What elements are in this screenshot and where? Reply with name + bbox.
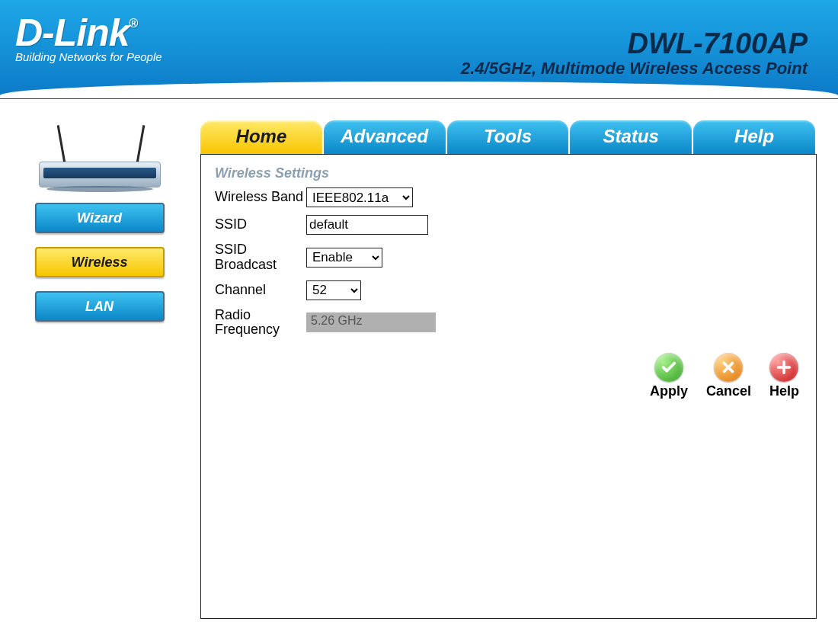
header: D-Link® Building Networks for People DWL… — [0, 0, 838, 99]
settings-panel: Wireless Settings Wireless Band IEEE802.… — [200, 154, 817, 619]
tab-bar: Home Advanced Tools Status Help — [200, 120, 817, 154]
radio-frequency-readonly: 5.26 GHz — [306, 312, 436, 332]
label-ssid: SSID — [215, 217, 306, 232]
sidebar-item-label: LAN — [85, 299, 114, 314]
cancel-button[interactable]: Cancel — [706, 353, 751, 399]
tab-advanced[interactable]: Advanced — [324, 120, 446, 154]
tab-label: Tools — [484, 126, 532, 146]
sidebar-item-wireless[interactable]: Wireless — [35, 247, 165, 277]
check-icon — [654, 353, 683, 382]
row-wireless-band: Wireless Band IEEE802.11a — [215, 187, 802, 207]
action-label: Help — [769, 383, 799, 399]
action-label: Apply — [650, 383, 688, 399]
row-ssid-broadcast: SSID Broadcast Enable — [215, 242, 802, 273]
label-ssid-broadcast: SSID Broadcast — [215, 242, 306, 273]
tab-label: Home — [236, 126, 287, 146]
label-wireless-band: Wireless Band — [215, 190, 306, 205]
sidebar-item-lan[interactable]: LAN — [35, 291, 165, 322]
sidebar-item-label: Wizard — [77, 210, 122, 226]
product-title-block: DWL-7100AP 2.4/5GHz, Multimode Wireless … — [461, 27, 808, 78]
row-channel: Channel 52 — [215, 280, 802, 300]
tab-label: Status — [603, 126, 659, 146]
tab-label: Help — [734, 126, 774, 146]
cross-icon — [714, 353, 743, 382]
device-illustration — [24, 123, 176, 192]
ssid-input[interactable] — [306, 215, 428, 235]
section-title: Wireless Settings — [215, 165, 802, 181]
row-ssid: SSID — [215, 215, 802, 235]
product-subtitle: 2.4/5GHz, Multimode Wireless Access Poin… — [461, 59, 808, 78]
label-radio-frequency: Radio Frequency — [215, 308, 306, 338]
row-radio-frequency: Radio Frequency 5.26 GHz — [215, 308, 802, 338]
apply-button[interactable]: Apply — [650, 353, 688, 399]
plus-icon — [769, 353, 798, 382]
ssid-broadcast-select[interactable]: Enable — [306, 248, 382, 268]
sidebar-item-label: Wireless — [72, 255, 128, 270]
antenna-icon — [56, 125, 66, 163]
header-divider — [0, 82, 838, 98]
wireless-band-select[interactable]: IEEE802.11a — [306, 187, 413, 207]
brand-logo: D-Link® — [15, 11, 162, 55]
router-base-icon — [46, 186, 153, 192]
sidebar: Wizard Wireless LAN — [14, 120, 185, 619]
brand-block: D-Link® Building Networks for People — [15, 11, 162, 63]
tab-label: Advanced — [341, 126, 428, 146]
action-label: Cancel — [706, 383, 751, 399]
action-row: Apply Cancel Help — [650, 353, 799, 399]
router-front-icon — [43, 168, 156, 178]
tab-status[interactable]: Status — [570, 120, 692, 154]
tab-tools[interactable]: Tools — [447, 120, 569, 154]
label-channel: Channel — [215, 283, 306, 298]
product-model: DWL-7100AP — [461, 27, 808, 60]
channel-select[interactable]: 52 — [306, 280, 361, 300]
brand-registered: ® — [130, 17, 138, 30]
help-button[interactable]: Help — [769, 353, 799, 399]
brand-tagline: Building Networks for People — [15, 50, 162, 63]
tab-home[interactable]: Home — [200, 120, 322, 154]
antenna-icon — [136, 125, 145, 163]
main-area: Wizard Wireless LAN Home Advanced Tools … — [0, 99, 838, 619]
sidebar-item-wizard[interactable]: Wizard — [35, 203, 165, 233]
content-area: Home Advanced Tools Status Help Wireless… — [200, 120, 817, 619]
brand-name: D-Link — [15, 11, 130, 54]
tab-help[interactable]: Help — [693, 120, 815, 154]
